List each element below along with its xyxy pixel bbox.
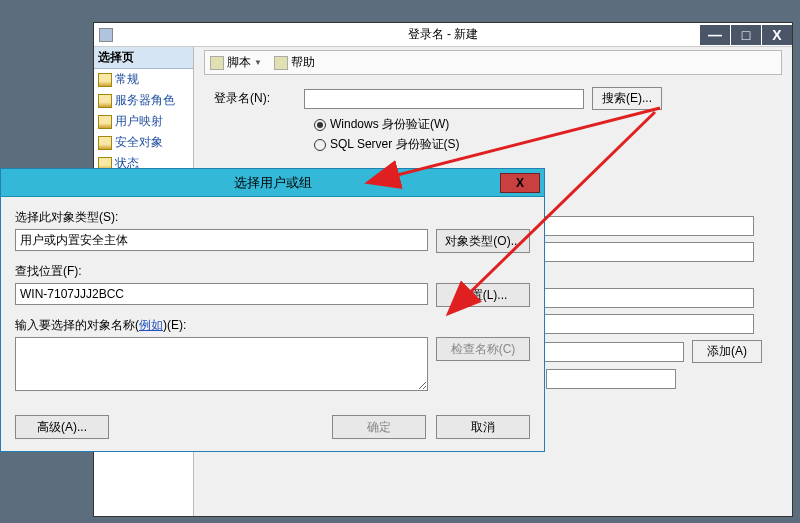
names-label-suffix: )(E): [163,318,186,332]
field-input[interactable] [524,242,754,262]
radio-icon [314,139,326,151]
search-button[interactable]: 搜索(E)... [592,87,662,110]
select-user-or-group-dialog: 选择用户或组 X 选择此对象类型(S): 对象类型(O)... 查找位置(F):… [0,168,545,452]
sidebar-item-label: 安全对象 [115,134,163,151]
help-icon [274,56,288,70]
location-label: 查找位置(F): [15,263,530,280]
script-button[interactable]: 脚本▼ [210,54,262,71]
sql-auth-radio[interactable]: SQL Server 身份验证(S) [314,136,782,153]
field-input[interactable] [524,216,754,236]
advanced-button[interactable]: 高级(A)... [15,415,109,439]
radio-label: Windows 身份验证(W) [330,116,449,133]
page-icon [98,115,112,129]
sidebar-item-label: 用户映射 [115,113,163,130]
sidebar-item-server-roles[interactable]: 服务器角色 [94,90,193,111]
page-icon [98,136,112,150]
radio-icon [314,119,326,131]
minimize-button[interactable]: — [700,25,730,45]
windows-auth-radio[interactable]: Windows 身份验证(W) [314,116,782,133]
location-input[interactable] [15,283,428,305]
sidebar-item-general[interactable]: 常规 [94,69,193,90]
script-label: 脚本 [227,54,251,71]
sidebar-header: 选择页 [94,47,193,69]
names-label-prefix: 输入要选择的对象名称( [15,318,139,332]
modal-close-button[interactable]: X [500,173,540,193]
login-name-input[interactable] [304,89,584,109]
field-input[interactable] [524,314,754,334]
check-names-button[interactable]: 检查名称(C) [436,337,530,361]
radio-label: SQL Server 身份验证(S) [330,136,460,153]
object-type-button[interactable]: 对象类型(O)... [436,229,530,253]
sidebar-item-user-mapping[interactable]: 用户映射 [94,111,193,132]
script-icon [210,56,224,70]
close-button[interactable]: X [762,25,792,45]
location-button[interactable]: 位置(L)... [436,283,530,307]
maximize-button[interactable]: □ [731,25,761,45]
field-input[interactable] [524,288,754,308]
window-title: 登录名 - 新建 [408,26,479,43]
page-icon [98,73,112,87]
login-name-label: 登录名(N): [214,90,304,107]
provider-select[interactable] [546,369,676,389]
sidebar-item-label: 常规 [115,71,139,88]
names-input[interactable] [15,337,428,391]
chevron-down-icon: ▼ [254,58,262,67]
main-titlebar: 登录名 - 新建 — □ X [94,23,792,47]
cancel-button[interactable]: 取消 [436,415,530,439]
example-link[interactable]: 例如 [139,318,163,332]
object-type-input[interactable] [15,229,428,251]
modal-titlebar: 选择用户或组 X [1,169,544,197]
help-label: 帮助 [291,54,315,71]
names-label: 输入要选择的对象名称(例如)(E): [15,317,530,334]
sidebar-item-securables[interactable]: 安全对象 [94,132,193,153]
object-type-label: 选择此对象类型(S): [15,209,530,226]
sidebar-item-label: 服务器角色 [115,92,175,109]
help-button[interactable]: 帮助 [274,54,315,71]
ok-button[interactable]: 确定 [332,415,426,439]
add-button[interactable]: 添加(A) [692,340,762,363]
page-icon [98,94,112,108]
toolbar: 脚本▼ 帮助 [204,50,782,75]
modal-title: 选择用户或组 [234,174,312,192]
window-icon [99,28,113,42]
